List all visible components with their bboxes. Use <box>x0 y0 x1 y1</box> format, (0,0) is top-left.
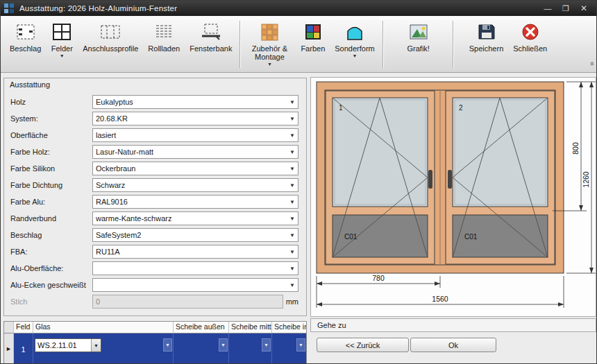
save-icon <box>477 21 496 43</box>
sonderform-icon <box>344 21 365 43</box>
sash1-number: 1 <box>339 104 343 112</box>
toolbar-button-label: Sonderform <box>335 44 374 53</box>
form-rows: Holz Eukalyptus▼ System: 20.68.KR▼ Oberf… <box>4 94 306 310</box>
chevron-down-icon[interactable]: ▼ <box>289 249 295 255</box>
toolbar-overflow-chevron-icon[interactable]: » <box>587 62 596 66</box>
toolbar-button-grafik[interactable]: Grafik! <box>394 18 443 71</box>
farbe-silikon-select[interactable]: Ockerbraun▼ <box>92 162 298 175</box>
toolbar-button-label: Rollladen <box>148 44 180 53</box>
zubehoer-montage-icon <box>260 21 279 43</box>
maximize-button[interactable]: ❐ <box>557 2 575 15</box>
chevron-down-icon[interactable]: ▼ <box>163 338 172 352</box>
toolbar-button-zubehoer-montage[interactable]: Zubehör & Montage ▼ <box>243 18 296 71</box>
form-row-system: System: 20.68.KR▼ <box>4 110 306 127</box>
zurueck-button[interactable]: << Zurück <box>317 338 409 352</box>
panel1-label: C01 <box>344 233 358 241</box>
system-select[interactable]: 20.68.KR▼ <box>92 112 298 125</box>
dim-width-left: 780 <box>372 274 385 282</box>
chevron-down-icon[interactable]: ▼ <box>296 338 305 352</box>
grafik-icon <box>408 21 429 43</box>
dim-height-upper: 800 <box>571 142 580 155</box>
close-circle-icon <box>521 21 540 43</box>
chevron-down-icon[interactable]: ▼ <box>262 338 271 352</box>
field-label: Holz <box>10 98 92 106</box>
column-header-scheibe-innen: Scheibe innen <box>272 322 307 333</box>
chevron-down-icon[interactable]: ▼ <box>289 232 295 239</box>
field-label: Stich <box>10 297 92 306</box>
toolbar-button-anschlussprofile[interactable]: Anschlussprofile <box>78 18 143 71</box>
toolbar-button-label: Beschlag <box>10 44 41 53</box>
minimize-button[interactable]: — <box>539 2 557 15</box>
title-bar: Ausstattung: 2026 Holz-Aluminium-Fenster… <box>1 1 596 16</box>
toolbar-button-rollladen[interactable]: Rollladen <box>143 18 185 71</box>
unit-label: mm <box>283 297 298 306</box>
glass-table-header: Feld Glas Scheibe außen Scheibe mitte Sc… <box>4 322 306 333</box>
glas-combobox[interactable]: WS.2.11.01 ▼ <box>35 338 101 352</box>
close-button[interactable]: ✕ <box>575 2 593 15</box>
glas-cell[interactable]: WS.2.11.01 ▼ ▼ <box>33 333 174 364</box>
beschlag-select[interactable]: SafeSystem2▼ <box>92 228 298 242</box>
field-label: Randverbund <box>10 214 92 223</box>
oberflaeche-select[interactable]: lasiert▼ <box>92 128 298 142</box>
toolbar-button-sonderform[interactable]: Sonderform ▼ <box>330 18 379 71</box>
table-row[interactable]: ► 1 WS.2.11.01 ▼ ▼ ▼ ▼ ▼ <box>4 333 306 364</box>
farbe-dichtung-select[interactable]: Schwarz▼ <box>92 178 298 192</box>
chevron-down-icon[interactable]: ▼ <box>289 149 295 155</box>
ausstattung-group: Ausstattung Holz Eukalyptus▼ System: 20.… <box>3 78 307 316</box>
toolbar-button-speichern[interactable]: Speichern <box>464 18 509 71</box>
drawing-panel: 1 2 C01 C01 <box>310 77 596 317</box>
felder-icon <box>51 21 72 43</box>
scheibe-aussen-cell[interactable]: ▼ <box>174 333 229 364</box>
scheibe-innen-cell[interactable]: ▼ <box>272 333 307 364</box>
form-row-oberflaeche: Oberfläche lasiert▼ <box>4 127 306 144</box>
window-drawing[interactable]: 1 2 C01 C01 <box>311 78 596 316</box>
ok-button[interactable]: Ok <box>410 338 496 352</box>
chevron-down-icon[interactable]: ▼ <box>289 116 295 122</box>
randverbund-select[interactable]: warme-Kante-schwarz▼ <box>92 211 298 225</box>
toolbar-separator <box>239 21 240 68</box>
form-row-fba: FBA: RU11A▼ <box>4 243 306 260</box>
toolbar-button-label: Grafik! <box>407 44 430 53</box>
fensterbank-icon <box>201 21 221 43</box>
chevron-down-icon: ▼ <box>353 53 358 58</box>
toolbar-button-fensterbank[interactable]: Fensterbank <box>185 18 237 71</box>
chevron-down-icon[interactable]: ▼ <box>91 339 101 352</box>
scheibe-mitte-cell[interactable]: ▼ <box>229 333 272 364</box>
handle-sash1 <box>428 170 432 189</box>
chevron-down-icon[interactable]: ▼ <box>289 282 295 288</box>
chevron-down-icon[interactable]: ▼ <box>289 199 295 205</box>
farbe-holz-select[interactable]: Lasur-Natur-matt▼ <box>92 145 298 159</box>
field-label: Oberfläche <box>10 131 92 139</box>
farbe-alu-select[interactable]: RAL9016▼ <box>92 195 298 209</box>
chevron-down-icon[interactable]: ▼ <box>289 99 295 105</box>
toolbar-button-felder[interactable]: Felder ▼ <box>46 18 78 71</box>
holz-select[interactable]: Eukalyptus▼ <box>92 95 298 109</box>
column-header-scheibe-mitte: Scheibe mitte <box>229 322 272 333</box>
column-header-scheibe-aussen: Scheibe außen <box>174 322 229 333</box>
sash2-number: 2 <box>459 104 463 112</box>
form-row-randverbund: Randverbund warme-Kante-schwarz▼ <box>4 210 306 227</box>
form-row-stich: Stich 0 mm <box>4 293 306 310</box>
chevron-down-icon[interactable]: ▼ <box>289 132 295 139</box>
fba-select[interactable]: RU11A▼ <box>92 245 298 259</box>
row-marker-icon: ► <box>6 346 12 352</box>
panel2-label: C01 <box>464 233 478 241</box>
alu-oberflaeche-select[interactable]: ▼ <box>92 261 298 275</box>
column-header-glas: Glas <box>33 322 174 333</box>
toolbar-button-label: Fensterbank <box>190 44 232 53</box>
chevron-down-icon[interactable]: ▼ <box>289 216 295 222</box>
chevron-down-icon[interactable]: ▼ <box>289 182 295 189</box>
chevron-down-icon[interactable]: ▼ <box>289 266 295 272</box>
row-marker-cell[interactable]: ► <box>4 333 14 364</box>
feld-cell[interactable]: 1 <box>14 333 33 364</box>
toolbar-button-beschlag[interactable]: Beschlag <box>5 18 46 71</box>
anschlussprofile-icon <box>100 21 121 43</box>
alu-ecken-select[interactable]: ▼ <box>92 278 298 292</box>
chevron-down-icon[interactable]: ▼ <box>289 166 295 172</box>
toolbar-button-farben[interactable]: Farben <box>296 18 330 71</box>
handle-sash2 <box>448 170 452 189</box>
toolbar-button-schliessen[interactable]: Schließen <box>508 18 552 71</box>
chevron-down-icon[interactable]: ▼ <box>219 338 228 352</box>
toolbar: Beschlag Felder ▼ Anschlussprofile Rolll… <box>1 16 596 73</box>
field-label: Alu-Oberfläche: <box>10 264 92 272</box>
